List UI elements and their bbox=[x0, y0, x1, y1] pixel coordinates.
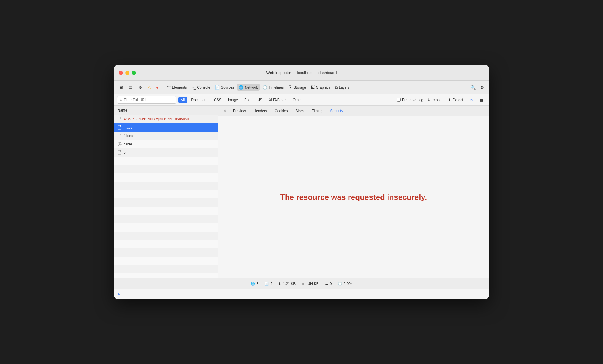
filter-document-button[interactable]: Document bbox=[189, 97, 210, 103]
import-icon: ⬇ bbox=[427, 98, 430, 102]
graphics-label: Graphics bbox=[316, 85, 330, 90]
preserve-log-text: Preserve Log bbox=[402, 98, 423, 102]
clear-filter-button[interactable]: ⊘ bbox=[467, 97, 475, 103]
filter-input-wrap: ⊙ bbox=[117, 96, 176, 104]
cookies-tab[interactable]: Cookies bbox=[271, 108, 291, 114]
network-tab-button[interactable]: 🌐 Network bbox=[237, 84, 260, 91]
file-name-0: AOh14GiZHd17uBXfgDKz5gnE3XdhvWii... bbox=[124, 117, 192, 121]
filter-image-button[interactable]: Image bbox=[226, 97, 240, 103]
file-icon-2 bbox=[118, 134, 122, 138]
empty-row-12 bbox=[114, 248, 218, 257]
files-count: 5 bbox=[271, 282, 273, 286]
statusbar: 🌐 3 📄 5 ⬇ 1.21 KB ⬆ 1.54 KB ☁ 0 🕐 2.00s bbox=[114, 278, 489, 289]
empty-row-6 bbox=[114, 198, 218, 207]
sizes-tab[interactable]: Sizes bbox=[292, 108, 307, 114]
toolbar: ▣ ▤ ⊕ ⚠ ● ⬚ Elements >_ Console 📄 Source… bbox=[114, 81, 489, 94]
empty-row-7 bbox=[114, 207, 218, 215]
sources-icon: 📄 bbox=[215, 85, 220, 90]
export-label: Export bbox=[452, 98, 463, 102]
file-icon: 📄 bbox=[265, 282, 269, 286]
time-value: 2.00s bbox=[344, 282, 352, 286]
content-area: Name AOh14GiZHd17uBXfgDKz5gnE3XdhvWii...… bbox=[114, 106, 489, 278]
warning-icon: ⚠ bbox=[147, 85, 151, 90]
consolebar: > bbox=[114, 289, 489, 299]
warning-button[interactable]: ⚠ bbox=[146, 84, 153, 91]
sources-label: Sources bbox=[221, 85, 234, 90]
window: Web Inspector — localhost — dashboard ▣ … bbox=[114, 65, 489, 299]
filter-js-button[interactable]: JS bbox=[256, 97, 265, 103]
console-tab-button[interactable]: >_ Console bbox=[190, 84, 212, 91]
console-icon: >_ bbox=[192, 85, 196, 90]
name-header-label: Name bbox=[118, 108, 127, 112]
storage-tab-button[interactable]: 🗄 Storage bbox=[287, 84, 308, 91]
file-name-3: cable bbox=[124, 142, 132, 146]
file-item-0[interactable]: AOh14GiZHd17uBXfgDKz5gnE3XdhvWii... bbox=[114, 115, 218, 123]
insecure-message: The resource was requested insecurely. bbox=[280, 193, 427, 202]
titlebar: Web Inspector — localhost — dashboard bbox=[114, 65, 489, 81]
globe-icon: 🌐 bbox=[251, 282, 255, 286]
sources-tab-button[interactable]: 📄 Sources bbox=[213, 84, 236, 91]
import-button[interactable]: ⬇ Import bbox=[425, 97, 444, 103]
empty-row-8 bbox=[114, 215, 218, 223]
file-icon-1 bbox=[118, 125, 122, 130]
layout2-button[interactable]: ▤ bbox=[126, 84, 135, 91]
search-icon: 🔍 bbox=[471, 85, 476, 90]
filter-other-button[interactable]: Other bbox=[290, 97, 304, 103]
close-button[interactable] bbox=[119, 71, 123, 75]
filter-icon: ⊙ bbox=[120, 98, 122, 102]
graphics-tab-button[interactable]: 🖼 Graphics bbox=[309, 84, 332, 91]
crosshair-button[interactable]: ⊕ bbox=[136, 84, 144, 91]
storage-label: Storage bbox=[293, 85, 306, 90]
timing-tab[interactable]: Timing bbox=[308, 108, 326, 114]
layout1-button[interactable]: ▣ bbox=[117, 84, 125, 91]
elements-tab-button[interactable]: ⬚ Elements bbox=[165, 84, 188, 91]
layers-tab-button[interactable]: ⧉ Layers bbox=[333, 84, 351, 91]
storage-icon: 🗄 bbox=[288, 85, 292, 90]
cache-status: ☁ 0 bbox=[325, 282, 332, 286]
import-label: Import bbox=[432, 98, 442, 102]
export-button[interactable]: ⬆ Export bbox=[446, 97, 465, 103]
empty-row-5 bbox=[114, 190, 218, 198]
filter-css-button[interactable]: CSS bbox=[212, 97, 224, 103]
more-icon: » bbox=[354, 85, 356, 90]
file-item-3[interactable]: cable bbox=[114, 140, 218, 148]
preserve-log-checkbox[interactable] bbox=[397, 98, 401, 102]
more-button[interactable]: » bbox=[352, 84, 358, 91]
file-item-4[interactable]: p bbox=[114, 148, 218, 157]
empty-row-3 bbox=[114, 173, 218, 182]
error-button[interactable]: ● bbox=[154, 84, 160, 91]
size1-value: 1.21 KB bbox=[283, 282, 296, 286]
layers-icon: ⧉ bbox=[335, 85, 338, 90]
file-icon-0 bbox=[118, 117, 122, 121]
filter-input[interactable] bbox=[124, 98, 174, 102]
search-button[interactable]: 🔍 bbox=[469, 84, 477, 91]
maximize-button[interactable] bbox=[132, 71, 136, 75]
security-tab[interactable]: Security bbox=[327, 108, 346, 114]
layout1-icon: ▣ bbox=[119, 85, 124, 90]
filter-font-button[interactable]: Font bbox=[242, 97, 254, 103]
close-detail-button[interactable]: ✕ bbox=[221, 107, 229, 114]
graphics-icon: 🖼 bbox=[311, 85, 315, 90]
empty-row-11 bbox=[114, 240, 218, 248]
delete-button[interactable]: 🗑 bbox=[477, 97, 486, 103]
separator1 bbox=[163, 84, 163, 90]
preview-tab[interactable]: Preview bbox=[229, 108, 249, 114]
clear-filter-icon: ⊘ bbox=[469, 98, 473, 102]
headers-tab[interactable]: Headers bbox=[250, 108, 271, 114]
size2-value: 1.54 KB bbox=[306, 282, 319, 286]
layers-label: Layers bbox=[339, 85, 349, 90]
name-column-header: Name bbox=[114, 106, 218, 115]
network-icon: 🌐 bbox=[239, 85, 243, 90]
time-status: 🕐 2.00s bbox=[338, 282, 352, 286]
filterbar: ⊙ All Document CSS Image Font JS XHR/Fet… bbox=[114, 94, 489, 106]
filter-all-button[interactable]: All bbox=[178, 97, 187, 103]
minimize-button[interactable] bbox=[125, 71, 129, 75]
timelines-tab-button[interactable]: 🕐 Timelines bbox=[261, 84, 285, 91]
settings-button[interactable]: ⚙ bbox=[479, 84, 486, 91]
file-item-2[interactable]: folders bbox=[114, 132, 218, 140]
file-name-2: folders bbox=[124, 134, 134, 138]
file-icon-3 bbox=[118, 142, 122, 146]
file-item-1[interactable]: maps bbox=[114, 123, 218, 132]
console-chevron[interactable]: > bbox=[118, 292, 120, 296]
filter-xhr-button[interactable]: XHR/Fetch bbox=[266, 97, 289, 103]
